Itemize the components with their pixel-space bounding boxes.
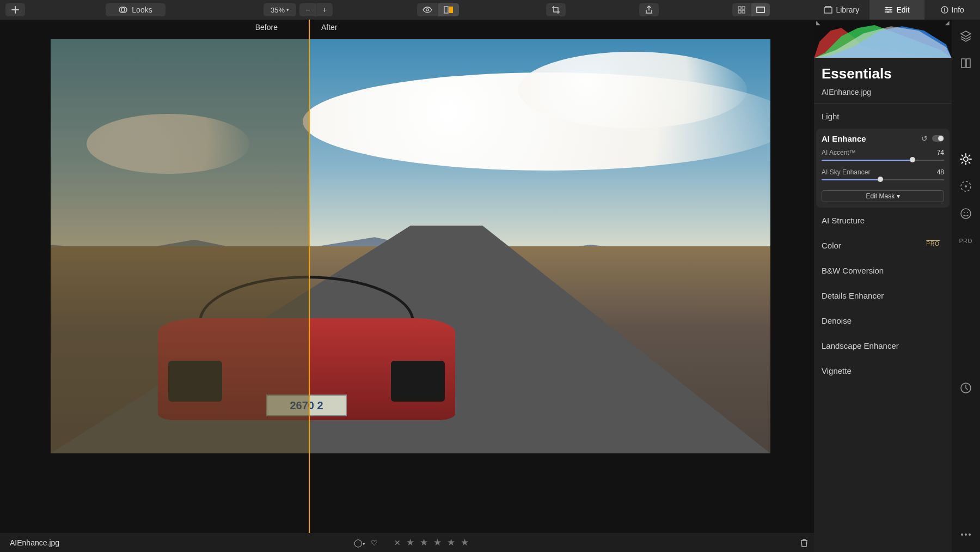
section-light[interactable]: Light xyxy=(822,104,944,129)
ai-sky-slider[interactable] xyxy=(822,177,944,183)
clock-icon xyxy=(960,382,972,394)
zoom-out-button[interactable]: − xyxy=(299,3,316,16)
svg-rect-5 xyxy=(738,7,741,9)
grid-icon xyxy=(738,6,745,14)
section-vignette[interactable]: Vignette xyxy=(822,358,944,383)
svg-point-26 xyxy=(967,212,968,213)
before-label: Before xyxy=(255,23,278,32)
export-button[interactable] xyxy=(639,3,659,16)
section-details[interactable]: Details Enhancer xyxy=(822,283,944,308)
more-tool[interactable] xyxy=(959,528,972,541)
eye-icon xyxy=(422,7,432,13)
looks-button[interactable]: Looks xyxy=(106,3,166,16)
portrait-tool[interactable] xyxy=(959,207,972,220)
edit-mask-button[interactable]: Edit Mask ▾ xyxy=(822,190,944,202)
section-denoise[interactable]: Denoise xyxy=(822,308,944,333)
looks-icon xyxy=(119,5,127,14)
star-4[interactable]: ★ xyxy=(447,537,455,548)
essentials-tool[interactable] xyxy=(959,153,972,166)
after-label: After xyxy=(321,23,338,32)
library-icon xyxy=(824,6,832,14)
delete-button[interactable] xyxy=(800,538,808,547)
svg-point-24 xyxy=(961,209,971,219)
section-bw[interactable]: B&W Conversion xyxy=(822,258,944,283)
svg-point-2 xyxy=(426,9,428,11)
svg-rect-20 xyxy=(966,59,970,68)
pro-tool[interactable]: PRO xyxy=(959,234,972,247)
panel-title: Essentials xyxy=(822,65,944,82)
looks-label: Looks xyxy=(132,5,152,14)
grid-view-button[interactable] xyxy=(732,3,751,16)
zoom-in-button[interactable]: + xyxy=(316,3,333,16)
trash-icon xyxy=(800,538,808,547)
footer-bar: AIEnhance.jpg ◯▾ ♡ ✕ ★ ★ ★ ★ ★ xyxy=(0,533,822,552)
svg-rect-9 xyxy=(757,7,764,13)
layers-tool[interactable] xyxy=(959,29,972,43)
creative-icon xyxy=(960,180,972,192)
svg-point-12 xyxy=(890,9,891,10)
canvas-area: Before After 2670 2 xyxy=(0,20,822,533)
color-label-picker[interactable]: ◯▾ xyxy=(354,538,365,547)
export-icon xyxy=(645,5,653,14)
star-1[interactable]: ★ xyxy=(406,537,414,548)
info-icon xyxy=(941,6,948,14)
reset-ai-enhance-button[interactable]: ↺ xyxy=(921,134,928,143)
panel-filename: AIEnhance.jpg xyxy=(822,88,944,96)
sliders-icon xyxy=(884,6,893,14)
histogram-clip-right-icon: ◢ xyxy=(945,20,950,26)
tab-library[interactable]: Library xyxy=(814,0,869,20)
ai-enhance-toggle[interactable] xyxy=(932,135,944,142)
zoom-stepper: − + xyxy=(299,3,333,16)
mode-tabs: Library Edit Info xyxy=(814,0,980,20)
histogram[interactable]: ◣ ◢ xyxy=(814,20,952,58)
more-icon xyxy=(960,533,972,536)
canvas-icon xyxy=(960,57,972,69)
ai-accent-value: 74 xyxy=(937,149,944,156)
svg-rect-3 xyxy=(444,7,448,13)
section-ai-structure[interactable]: AI Structure xyxy=(822,208,944,233)
sun-icon xyxy=(959,153,972,166)
photo-preview[interactable]: 2670 2 xyxy=(51,39,770,453)
canvas-tool[interactable] xyxy=(959,57,972,70)
svg-point-28 xyxy=(961,533,963,536)
tool-rail: PRO xyxy=(952,20,980,552)
ai-accent-label: AI Accent™ xyxy=(822,149,856,156)
section-color[interactable]: Color PRO xyxy=(822,233,944,258)
svg-rect-19 xyxy=(961,59,965,68)
svg-rect-7 xyxy=(738,10,741,13)
layers-icon xyxy=(960,30,972,42)
star-2[interactable]: ★ xyxy=(420,537,428,548)
compare-toggle-button[interactable] xyxy=(438,3,459,16)
zoom-level[interactable]: 35% ▾ xyxy=(264,3,296,16)
svg-point-30 xyxy=(969,533,971,536)
svg-rect-4 xyxy=(449,7,453,13)
preview-toggle-button[interactable] xyxy=(417,3,438,16)
svg-point-23 xyxy=(965,185,967,187)
star-3[interactable]: ★ xyxy=(433,537,442,548)
history-tool[interactable] xyxy=(959,381,972,395)
star-5[interactable]: ★ xyxy=(461,537,469,548)
add-button[interactable] xyxy=(5,3,25,16)
view-mode-group xyxy=(732,3,770,16)
preview-compare-group xyxy=(417,3,459,16)
compare-split-handle[interactable] xyxy=(309,20,310,552)
crop-button[interactable] xyxy=(546,3,566,16)
compare-icon xyxy=(444,6,454,14)
favorite-button[interactable]: ♡ xyxy=(371,538,378,547)
single-icon xyxy=(756,7,765,13)
footer-filename: AIEnhance.jpg xyxy=(10,538,59,547)
ai-accent-slider[interactable] xyxy=(822,157,944,163)
section-ai-enhance[interactable]: AI Enhance ↺ AI Accent™ 74 AI Sky Enhanc… xyxy=(816,129,950,208)
pro-icon: PRO xyxy=(959,238,973,244)
tab-edit[interactable]: Edit xyxy=(869,0,925,20)
face-icon xyxy=(960,208,972,220)
creative-tool[interactable] xyxy=(959,180,972,193)
svg-rect-10 xyxy=(824,8,832,13)
edit-sidepanel: ◣ ◢ Essentials AIEnhance.jpg Light AI En… xyxy=(814,20,952,552)
reject-button[interactable]: ✕ xyxy=(394,538,401,547)
svg-point-29 xyxy=(965,533,967,536)
section-landscape[interactable]: Landscape Enhancer xyxy=(822,333,944,358)
tab-info[interactable]: Info xyxy=(924,0,980,20)
ai-sky-label: AI Sky Enhancer xyxy=(822,168,870,176)
single-view-button[interactable] xyxy=(751,3,770,16)
